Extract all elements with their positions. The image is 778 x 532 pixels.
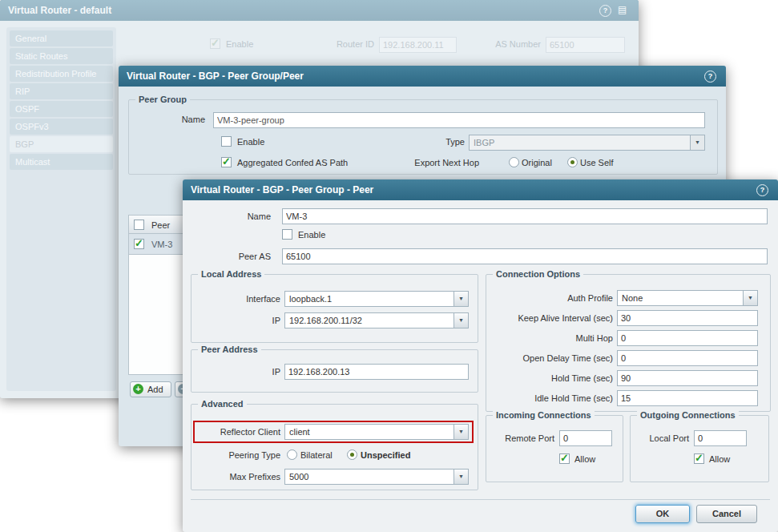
peer-as-input[interactable] (282, 248, 768, 264)
unspecified-label: Unspecified (361, 447, 410, 463)
help-icon[interactable] (704, 71, 716, 83)
titlebar-peer: Virtual Router - BGP - Peer Group - Peer (183, 179, 778, 200)
name-label: Name (135, 111, 205, 127)
chevron-down-icon[interactable] (690, 135, 704, 150)
chevron-down-icon[interactable] (453, 425, 468, 439)
auth-profile-dropdown[interactable]: None (617, 290, 758, 306)
interface-value: loopback.1 (289, 292, 453, 306)
incoming-connections-legend: Incoming Connections (493, 409, 595, 421)
aggregated-confed-label: Aggregated Confed AS Path (237, 155, 348, 171)
peer-ip-input[interactable] (284, 364, 469, 380)
local-ip-value: 192.168.200.11/32 (289, 313, 453, 328)
advanced-legend: Advanced (198, 398, 247, 409)
chevron-down-icon[interactable] (453, 470, 468, 484)
column-header-peer[interactable]: Peer (151, 217, 170, 233)
dialog-title: Virtual Router - BGP - Peer Group/Peer (127, 66, 304, 87)
aggregated-confed-checkbox[interactable] (221, 157, 232, 167)
local-ip-label: IP (183, 312, 280, 328)
remote-port-label: Remote Port (487, 430, 554, 446)
titlebar-peer-group: Virtual Router - BGP - Peer Group/Peer (119, 66, 726, 87)
incoming-connections-fieldset: Incoming Connections (486, 415, 623, 482)
row-label: VM-3 (151, 236, 172, 252)
local-address-fieldset: Local Address (191, 274, 478, 343)
screen: Virtual Router - default General Static … (0, 0, 778, 532)
cancel-button[interactable]: Cancel (696, 505, 757, 523)
outgoing-connections-legend: Outgoing Connections (637, 409, 739, 421)
open-delay-label: Open Delay Time (sec) (489, 350, 613, 366)
dialog-bgp-peer: Virtual Router - BGP - Peer Group - Peer… (183, 179, 778, 532)
peer-group-name-input[interactable] (213, 112, 705, 128)
unspecified-radio[interactable] (347, 449, 357, 460)
peer-address-legend: Peer Address (198, 344, 261, 355)
peer-group-legend: Peer Group (135, 94, 190, 105)
type-dropdown[interactable]: IBGP (469, 135, 705, 151)
keep-alive-label: Keep Alive Interval (sec) (489, 310, 613, 326)
plus-icon (133, 384, 143, 394)
chevron-down-icon[interactable] (453, 313, 468, 328)
incoming-allow-label: Allow (574, 451, 595, 467)
select-all-checkbox[interactable] (134, 220, 144, 230)
hold-time-input[interactable] (617, 370, 758, 386)
outgoing-allow-label: Allow (709, 451, 730, 467)
original-label: Original (522, 155, 552, 171)
peer-name-input[interactable] (282, 208, 768, 224)
connection-options-legend: Connection Options (493, 268, 583, 280)
max-prefixes-dropdown[interactable]: 5000 (284, 469, 469, 485)
chevron-down-icon[interactable] (743, 291, 757, 305)
auth-profile-value: None (622, 291, 742, 305)
local-address-legend: Local Address (198, 268, 264, 280)
multi-hop-input[interactable] (617, 330, 758, 346)
type-label: Type (401, 134, 465, 150)
peer-group-enable-label: Enable (237, 134, 264, 150)
bilateral-radio[interactable] (287, 449, 297, 460)
row-checkbox[interactable] (134, 239, 144, 249)
bilateral-label: Bilateral (300, 447, 333, 463)
local-port-label: Local Port (631, 430, 689, 446)
interface-label: Interface (183, 291, 280, 307)
add-label: Add (147, 385, 163, 394)
local-ip-dropdown[interactable]: 192.168.200.11/32 (284, 312, 469, 328)
use-self-radio[interactable] (567, 157, 578, 167)
peering-type-label: Peering Type (183, 447, 280, 463)
footer-separator (191, 499, 770, 500)
max-prefixes-value: 5000 (289, 470, 453, 484)
type-value: IBGP (474, 135, 689, 150)
original-radio[interactable] (509, 157, 519, 167)
chevron-down-icon[interactable] (453, 292, 468, 306)
peer-as-label: Peer AS (183, 248, 271, 264)
reflector-client-label: Reflector Client (183, 424, 280, 440)
outgoing-allow-checkbox[interactable] (694, 453, 704, 464)
peer-group-enable-checkbox[interactable] (221, 136, 232, 147)
auth-profile-label: Auth Profile (489, 290, 613, 306)
enable-label: Enable (298, 227, 325, 243)
ok-button[interactable]: OK (635, 505, 690, 523)
use-self-label: Use Self (580, 155, 614, 171)
idle-hold-label: Idle Hold Time (sec) (489, 390, 613, 406)
incoming-allow-checkbox[interactable] (559, 453, 570, 464)
dialog-title: Virtual Router - BGP - Peer Group - Peer (191, 179, 373, 200)
multi-hop-label: Multi Hop (489, 330, 613, 346)
reflector-client-dropdown[interactable]: client (284, 424, 469, 440)
local-port-input[interactable] (694, 430, 747, 446)
open-delay-input[interactable] (617, 350, 758, 366)
idle-hold-input[interactable] (617, 390, 758, 406)
outgoing-connections-fieldset: Outgoing Connections (630, 415, 769, 482)
max-prefixes-label: Max Prefixes (183, 469, 280, 485)
name-label: Name (183, 208, 271, 224)
export-next-hop-label: Export Next Hop (367, 155, 479, 171)
reflector-client-value: client (289, 425, 453, 439)
help-icon[interactable] (756, 184, 768, 196)
keep-alive-input[interactable] (617, 310, 758, 326)
enable-checkbox[interactable] (282, 229, 292, 240)
hold-time-label: Hold Time (sec) (489, 370, 613, 386)
remote-port-input[interactable] (559, 430, 612, 446)
add-button[interactable]: Add (130, 381, 171, 397)
interface-dropdown[interactable]: loopback.1 (284, 291, 469, 307)
peer-ip-label: IP (183, 364, 280, 380)
